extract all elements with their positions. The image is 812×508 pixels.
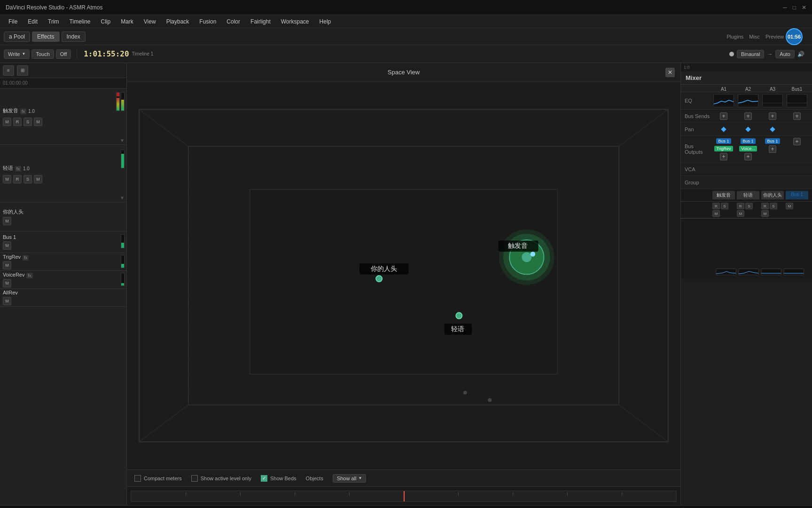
eq-a2 — [737, 94, 759, 107]
pan-a1 — [712, 127, 735, 131]
output-tag-a2-1[interactable]: Bus 1 — [741, 138, 755, 144]
record-btn-2[interactable]: R — [13, 175, 22, 183]
show-all-btn[interactable]: Show all ▼ — [333, 474, 367, 483]
record-btn-1[interactable]: R — [13, 118, 22, 126]
touch-btn[interactable]: Touch — [31, 49, 54, 59]
menu-mark[interactable]: Mark — [116, 17, 138, 26]
add-output-bus1[interactable]: + — [793, 138, 801, 145]
menu-timeline[interactable]: Timeline — [65, 17, 95, 26]
track-header-voicerev: VoiceRev fx M — [0, 271, 126, 289]
menu-edit[interactable]: Edit — [23, 17, 42, 26]
monitor-btn-1[interactable]: M — [34, 118, 42, 126]
automation-curves — [683, 269, 804, 277]
mute-btn-trigrev[interactable]: M — [3, 261, 11, 270]
add-output-a3[interactable]: + — [769, 145, 776, 153]
svg-point-11 — [376, 276, 382, 282]
compact-meters-label: Compact meters — [144, 476, 182, 481]
track-name-rentou: 你的人头 — [3, 208, 124, 215]
add-send-a2[interactable]: + — [744, 112, 752, 120]
r-btn-a3[interactable]: R — [761, 203, 769, 209]
menu-trim[interactable]: Trim — [43, 17, 64, 26]
menu-workspace[interactable]: Workspace — [276, 17, 314, 26]
output-tag-a1-2[interactable]: TrigRev — [714, 146, 733, 151]
output-tag-a2-2[interactable]: Voice... — [739, 146, 757, 151]
monitor-btn-2[interactable]: M — [34, 175, 42, 183]
solo-btn-2[interactable]: S — [23, 175, 32, 183]
meter-single-2 — [121, 150, 125, 168]
eq-mini-bus1[interactable] — [787, 94, 807, 107]
off-btn[interactable]: Off — [56, 49, 71, 59]
menu-bar: File Edit Trim Timeline Clip Mark View P… — [0, 15, 812, 28]
space-view-close-btn[interactable]: ✕ — [665, 68, 675, 77]
svg-point-25 — [488, 398, 492, 402]
output-tag-a3-1[interactable]: Bus 1 — [765, 138, 780, 144]
show-active-checkbox[interactable] — [191, 475, 198, 482]
s-btn-a1[interactable]: S — [721, 203, 728, 209]
mixer-eq-row: EQ — [681, 92, 812, 110]
index-tab[interactable]: Index — [62, 32, 86, 42]
r-btn-a2[interactable]: R — [737, 203, 744, 209]
track-meters-1 — [116, 92, 125, 111]
pool-tab[interactable]: a Pool — [4, 32, 30, 42]
binaural-btn[interactable]: Binaural — [737, 50, 764, 58]
maximize-btn[interactable]: □ — [793, 4, 796, 11]
menu-file[interactable]: File — [4, 17, 22, 26]
s-btn-a3[interactable]: S — [770, 203, 777, 209]
add-output-a1[interactable]: + — [720, 153, 727, 160]
menu-help[interactable]: Help — [315, 17, 336, 26]
mute-btn-bus1[interactable]: M — [3, 241, 11, 250]
m-btn-bus1[interactable]: M — [786, 203, 793, 209]
write-mode-btn[interactable]: Write ▼ — [4, 49, 30, 59]
compact-meters-checkbox[interactable] — [134, 475, 141, 482]
auto-btn[interactable]: Auto — [775, 50, 795, 58]
menu-fairlight[interactable]: Fairlight — [246, 17, 275, 26]
m-btn-a1[interactable]: M — [712, 210, 720, 217]
output-tag-a1-1[interactable]: Bus 1 — [716, 138, 731, 144]
m-btn-a3[interactable]: M — [761, 210, 769, 217]
add-output-a2[interactable]: + — [744, 153, 752, 160]
minimize-btn[interactable]: ─ — [783, 4, 787, 11]
track-grid-btn[interactable]: ⊞ — [17, 65, 28, 76]
close-btn-title[interactable]: ✕ — [802, 4, 806, 11]
show-beds-checkbox[interactable]: ✓ — [261, 475, 267, 482]
m-btn-a2[interactable]: M — [737, 210, 744, 217]
mute-btn-1[interactable]: M — [3, 118, 11, 126]
add-send-a3[interactable]: + — [769, 112, 776, 120]
preview-timer[interactable]: 01:56 — [786, 28, 803, 45]
add-send-a1[interactable]: + — [720, 112, 727, 120]
menu-color[interactable]: Color — [222, 17, 245, 26]
pan-diamond-a3[interactable] — [770, 127, 775, 132]
fx-label-2: fx — [15, 166, 21, 172]
eq-mini-a2[interactable] — [738, 94, 758, 107]
mute-btn-allrev[interactable]: M — [3, 297, 11, 305]
track-view-btn[interactable]: ≡ — [3, 65, 14, 76]
add-send-bus1[interactable]: + — [793, 112, 801, 120]
expand-btn-2[interactable]: ▼ — [120, 194, 125, 201]
effects-tab[interactable]: Effects — [32, 32, 59, 42]
mute-btn-voicerev[interactable]: M — [3, 279, 11, 287]
eq-mini-a3[interactable] — [762, 94, 783, 107]
menu-clip[interactable]: Clip — [96, 17, 115, 26]
menu-view[interactable]: View — [139, 17, 161, 26]
ruler-time: 01:00:00:00 — [3, 80, 28, 86]
solo-btn-1[interactable]: S — [23, 118, 32, 126]
pan-diamond-a2[interactable] — [745, 127, 750, 132]
svg-line-3 — [619, 110, 668, 147]
space-view-footer: Compact meters Show active level only ✓ … — [127, 469, 680, 486]
ch-name-bus1: Bus 1 — [786, 191, 808, 199]
r-btn-a1[interactable]: R — [712, 203, 720, 209]
expand-btn-1[interactable]: ▼ — [120, 137, 125, 143]
fader-values-row: 0.0 -6.2 0.0 — [805, 271, 812, 277]
mixer-bus-sends-row: Bus Sends + + + + — [681, 110, 812, 123]
track-header-trigrev: TrigRev fx M — [0, 253, 126, 271]
mute-btn-3[interactable]: M — [3, 217, 11, 225]
mixer-title: Mixer — [681, 71, 812, 85]
mute-btn-2[interactable]: M — [3, 175, 11, 183]
pan-diamond-a1[interactable] — [721, 127, 726, 132]
eq-mini-a1[interactable] — [713, 94, 734, 107]
menu-playback[interactable]: Playback — [162, 17, 194, 26]
menu-fusion[interactable]: Fusion — [195, 17, 221, 26]
s-btn-a2[interactable]: S — [745, 203, 753, 209]
track-meters-voicerev — [121, 273, 125, 286]
svg-text:触发音: 触发音 — [508, 242, 528, 249]
